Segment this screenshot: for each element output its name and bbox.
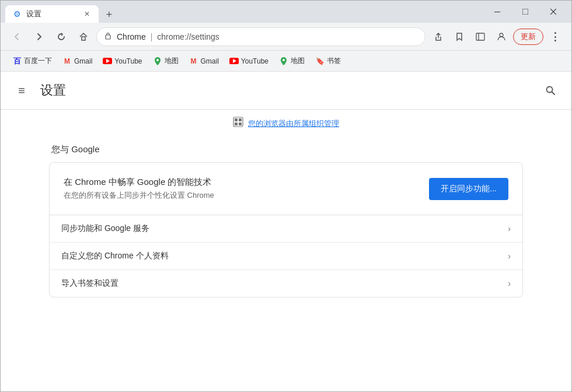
menu-icon[interactable]: ≡ xyxy=(12,81,31,100)
bookmark-label: Gmail xyxy=(74,57,92,65)
sync-banner: 在 Chrome 中畅享 Google 的智能技术 在您的所有设备上同步并个性化… xyxy=(50,163,522,215)
tab-title: 设置 xyxy=(26,9,78,19)
svg-rect-5 xyxy=(82,37,85,40)
sync-sub-text: 在您的所有设备上同步并个性化设置 Chrome xyxy=(64,190,420,201)
address-text: Chrome | chrome://settings xyxy=(117,32,418,41)
maps1-icon xyxy=(153,57,162,66)
bookmark-gmail1[interactable]: M Gmail xyxy=(58,54,97,68)
svg-point-15 xyxy=(282,59,285,61)
sync-text: 在 Chrome 中畅享 Google 的智能技术 在您的所有设备上同步并个性化… xyxy=(64,177,420,201)
bookmark-bookmarks[interactable]: 🔖 书签 xyxy=(311,54,346,68)
baidu-icon: 百 xyxy=(12,57,22,66)
tab-icon: ⚙ xyxy=(12,9,22,19)
bookmark-maps2[interactable]: 地图 xyxy=(274,54,309,68)
svg-rect-19 xyxy=(235,118,238,121)
bookmark-button[interactable] xyxy=(450,27,469,46)
back-button[interactable] xyxy=(8,27,26,46)
settings-row-import[interactable]: 导入书签和设置 › xyxy=(50,270,522,297)
bookmark-maps1[interactable]: 地图 xyxy=(148,54,183,68)
minimize-button[interactable] xyxy=(484,2,511,21)
bookmark-label: 地图 xyxy=(291,56,305,66)
bookmark-label: Gmail xyxy=(201,57,219,65)
settings-row-sync[interactable]: 同步功能和 Google 服务 › xyxy=(50,215,522,243)
bookmark-label: YouTube xyxy=(114,57,142,65)
managed-text[interactable]: 您的浏览器由所属组织管理 xyxy=(248,118,339,129)
search-button[interactable] xyxy=(541,81,560,100)
sync-button[interactable]: 开启同步功能... xyxy=(429,178,508,200)
settings-row-profile[interactable]: 自定义您的 Chrome 个人资料 › xyxy=(50,243,522,270)
window-controls xyxy=(484,2,567,21)
restore-button[interactable] xyxy=(512,2,539,21)
more-button[interactable]: ⋮ xyxy=(546,27,564,46)
sidebar-button[interactable] xyxy=(471,27,490,46)
gear-icon: ⚙ xyxy=(13,9,21,19)
reload-button[interactable] xyxy=(52,27,71,46)
chevron-right-icon: › xyxy=(508,279,511,288)
address-url: chrome://settings xyxy=(157,32,219,41)
managed-notice: 您的浏览器由所属组织管理 xyxy=(1,110,571,135)
svg-rect-6 xyxy=(106,35,110,39)
svg-point-9 xyxy=(500,33,503,37)
svg-rect-21 xyxy=(235,123,238,125)
bookmark-label: YouTube xyxy=(241,57,268,65)
maps2-icon xyxy=(279,57,288,66)
row-text: 导入书签和设置 xyxy=(61,278,508,289)
update-button[interactable]: 更新 xyxy=(513,29,543,45)
bookmarks-icon: 🔖 xyxy=(315,57,325,66)
svg-rect-0 xyxy=(494,12,500,12)
settings-content: 您与 Google 在 Chrome 中畅享 Google 的智能技术 在您的所… xyxy=(35,135,537,318)
svg-rect-20 xyxy=(239,118,242,121)
gmail2-icon: M xyxy=(189,57,198,66)
address-brand: Chrome xyxy=(117,32,146,41)
svg-rect-7 xyxy=(476,33,484,40)
section-title: 您与 Google xyxy=(49,144,523,155)
row-text: 自定义您的 Chrome 个人资料 xyxy=(61,251,508,261)
forward-button[interactable] xyxy=(30,27,48,46)
profile-button[interactable] xyxy=(492,27,511,46)
svg-rect-22 xyxy=(239,123,242,125)
settings-page: ≡ 设置 您的浏览器由所属组织管理 您与 Google xyxy=(1,72,571,391)
svg-point-12 xyxy=(156,59,159,61)
close-window-button[interactable] xyxy=(540,2,567,21)
bookmark-gmail2[interactable]: M Gmail xyxy=(184,54,224,68)
bookmark-baidu[interactable]: 百 百度一下 xyxy=(8,54,57,68)
youtube1-icon xyxy=(103,57,112,66)
svg-rect-1 xyxy=(522,9,528,15)
svg-line-17 xyxy=(552,92,555,95)
managed-icon xyxy=(233,117,243,130)
settings-card: 在 Chrome 中畅享 Google 的智能技术 在您的所有设备上同步并个性化… xyxy=(49,162,523,298)
sync-main-text: 在 Chrome 中畅享 Google 的智能技术 xyxy=(64,177,420,188)
navbar: Chrome | chrome://settings 更新 ⋮ xyxy=(1,23,571,51)
bookmarks-bar: 百 百度一下 M Gmail YouTube 地图 M Gmail xyxy=(1,51,571,72)
home-button[interactable] xyxy=(74,27,93,46)
gmail1-icon: M xyxy=(62,57,72,66)
bookmark-youtube1[interactable]: YouTube xyxy=(98,54,147,68)
share-button[interactable] xyxy=(429,27,448,46)
page-title: 设置 xyxy=(40,82,66,99)
active-tab[interactable]: ⚙ 设置 ✕ xyxy=(5,5,99,23)
settings-header: ≡ 设置 xyxy=(1,72,571,110)
bookmark-label: 地图 xyxy=(165,56,179,66)
tab-bar: ⚙ 设置 ✕ + xyxy=(5,1,482,23)
row-text: 同步功能和 Google 服务 xyxy=(61,223,508,234)
bookmark-label: 书签 xyxy=(327,56,341,66)
address-bar[interactable]: Chrome | chrome://settings xyxy=(96,27,425,46)
chevron-right-icon: › xyxy=(508,224,511,233)
svg-marker-4 xyxy=(61,33,63,36)
tab-close-button[interactable]: ✕ xyxy=(82,9,92,19)
address-separator: | xyxy=(151,32,155,41)
bookmark-label: 百度一下 xyxy=(24,56,52,66)
nav-actions: 更新 ⋮ xyxy=(429,27,564,46)
titlebar: ⚙ 设置 ✕ + xyxy=(1,1,571,23)
bookmark-youtube2[interactable]: YouTube xyxy=(225,54,273,68)
chevron-right-icon: › xyxy=(508,251,511,261)
new-tab-button[interactable]: + xyxy=(101,6,117,23)
browser-window: ⚙ 设置 ✕ + xyxy=(0,0,572,392)
youtube2-icon xyxy=(229,57,239,66)
lock-icon xyxy=(104,32,112,41)
